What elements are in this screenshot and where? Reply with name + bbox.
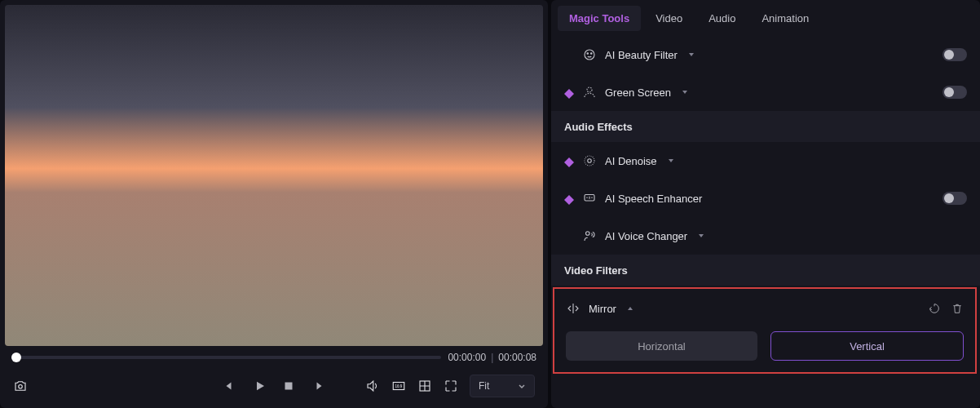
section-audio-effects: Audio Effects xyxy=(551,111,980,142)
svg-point-12 xyxy=(586,232,590,236)
mirror-horizontal-button[interactable]: Horizontal xyxy=(566,331,757,361)
reset-icon[interactable] xyxy=(928,302,941,315)
prev-frame-icon[interactable] xyxy=(223,379,237,393)
tabs: Magic Tools Video Audio Animation xyxy=(551,0,980,36)
scrub-thumb[interactable] xyxy=(11,353,21,362)
premium-icon xyxy=(564,193,574,203)
section-video-filters: Video Filters xyxy=(551,255,980,286)
fullscreen-icon[interactable] xyxy=(444,379,458,393)
denoise-icon xyxy=(582,153,597,168)
side-panel: Magic Tools Video Audio Animation AI Bea… xyxy=(551,0,980,408)
mirror-icon xyxy=(566,301,580,316)
svg-text:16:9: 16:9 xyxy=(395,384,403,388)
filter-ai-speech[interactable]: AI Speech Enhancer xyxy=(551,180,980,217)
svg-point-7 xyxy=(591,53,593,55)
person-icon xyxy=(582,85,597,100)
panel-content: AI Beauty Filter Green Screen Audio Effe… xyxy=(551,36,980,408)
tab-audio[interactable]: Audio xyxy=(697,6,747,31)
svg-point-5 xyxy=(585,50,594,60)
mirror-section: Mirror Horizontal Vertical xyxy=(553,287,977,374)
filter-green-screen[interactable]: Green Screen xyxy=(551,73,980,111)
stop-icon[interactable] xyxy=(281,379,296,393)
preview-panel: 00:00:00 | 00:00:08 16:9 Fit xyxy=(0,0,548,408)
caret-down-icon xyxy=(697,232,705,240)
mirror-buttons: Horizontal Vertical xyxy=(554,323,975,361)
filter-label: AI Voice Changer xyxy=(605,230,687,242)
snapshot-icon[interactable] xyxy=(13,379,28,393)
svg-point-6 xyxy=(587,53,589,55)
toggle-green-screen[interactable] xyxy=(942,86,967,99)
tab-animation[interactable]: Animation xyxy=(750,6,820,31)
filter-label: AI Beauty Filter xyxy=(605,49,678,61)
time-separator: | xyxy=(491,352,493,363)
current-time: 00:00:00 xyxy=(448,352,486,363)
premium-icon xyxy=(564,156,574,166)
svg-point-8 xyxy=(587,87,592,92)
tab-video[interactable]: Video xyxy=(644,6,694,31)
filter-ai-beauty[interactable]: AI Beauty Filter xyxy=(551,36,980,73)
scrub-bar: 00:00:00 | 00:00:08 xyxy=(5,346,543,369)
filter-label: Green Screen xyxy=(605,86,671,99)
svg-point-0 xyxy=(19,385,23,389)
play-icon[interactable] xyxy=(252,379,267,393)
filter-label: AI Speech Enhancer xyxy=(605,193,702,205)
next-frame-icon[interactable] xyxy=(311,379,325,393)
mirror-vertical-button[interactable]: Vertical xyxy=(770,331,964,361)
svg-rect-1 xyxy=(285,383,293,390)
volume-icon[interactable] xyxy=(365,379,380,393)
mirror-label: Mirror xyxy=(589,303,616,315)
filter-label: AI Denoise xyxy=(605,155,657,167)
speech-icon xyxy=(582,191,597,206)
chevron-down-icon xyxy=(518,382,526,390)
caret-down-icon xyxy=(667,157,675,165)
toggle-ai-speech[interactable] xyxy=(942,192,967,205)
grid-icon[interactable] xyxy=(417,379,432,393)
trash-icon[interactable] xyxy=(951,302,964,315)
premium-icon xyxy=(564,87,574,97)
scrub-track[interactable] xyxy=(11,356,441,359)
caret-up-icon xyxy=(626,304,634,313)
caret-down-icon xyxy=(681,88,689,96)
caret-down-icon xyxy=(687,51,695,59)
filter-ai-denoise[interactable]: AI Denoise xyxy=(551,142,980,180)
fit-select[interactable]: Fit xyxy=(470,375,535,397)
filter-ai-voice[interactable]: AI Voice Changer xyxy=(551,217,980,255)
time-display: 00:00:00 | 00:00:08 xyxy=(448,352,536,363)
fit-label: Fit xyxy=(479,380,489,392)
voice-icon xyxy=(582,228,597,243)
svg-point-10 xyxy=(588,159,592,163)
total-time: 00:00:08 xyxy=(498,352,536,363)
tab-magic-tools[interactable]: Magic Tools xyxy=(558,6,641,31)
controls-bar: 16:9 Fit xyxy=(5,369,543,403)
video-preview[interactable] xyxy=(5,5,543,346)
toggle-ai-beauty[interactable] xyxy=(942,48,967,61)
svg-point-9 xyxy=(585,156,594,166)
mirror-header[interactable]: Mirror xyxy=(554,294,975,323)
face-icon xyxy=(582,47,597,62)
aspect-ratio-icon[interactable]: 16:9 xyxy=(391,379,406,393)
